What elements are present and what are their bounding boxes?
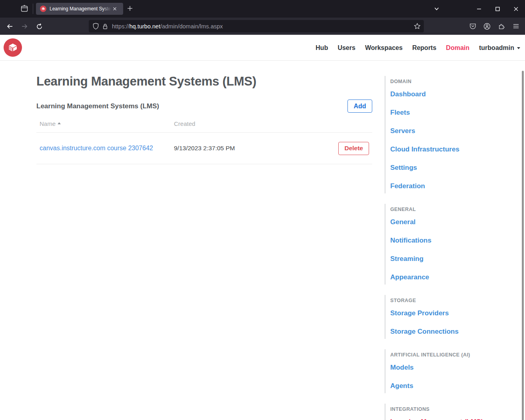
back-icon[interactable] xyxy=(5,21,15,32)
tab-favicon xyxy=(40,6,46,12)
sidebar-item-notifications[interactable]: Notifications xyxy=(390,237,501,245)
delete-button[interactable]: Delete xyxy=(338,142,369,155)
section-title: STORAGE xyxy=(390,298,501,303)
top-navigation: Hub Users Workspaces Reports Domain turb… xyxy=(315,35,520,61)
section-title: DOMAIN xyxy=(390,79,501,84)
nav-item-workspaces[interactable]: Workspaces xyxy=(365,44,403,52)
sidebar-section-integrations: INTEGRATIONS Learning Management (LMS) xyxy=(385,404,501,420)
browser-tab[interactable]: Learning Management Systems xyxy=(36,3,123,15)
tab-close-icon[interactable] xyxy=(112,6,118,12)
sidebar-item-servers[interactable]: Servers xyxy=(390,127,501,135)
forward-icon[interactable] xyxy=(19,21,30,32)
tab-separator xyxy=(33,4,33,14)
menu-hamburger-icon[interactable] xyxy=(509,19,523,34)
site-header: Hub Users Workspaces Reports Domain turb… xyxy=(0,35,525,61)
section-title: ARTIFICIAL INTELLIGENCE (AI) xyxy=(390,352,501,358)
sidebar-item-models[interactable]: Models xyxy=(390,364,501,372)
page-scrollbar[interactable] xyxy=(522,71,524,420)
chevron-down-icon xyxy=(517,47,520,49)
bookmark-star-icon[interactable] xyxy=(414,23,421,30)
user-menu[interactable]: turboadmin xyxy=(479,44,520,52)
settings-sidebar: DOMAIN Dashboard Fleets Servers Cloud In… xyxy=(385,61,501,420)
sidebar-item-fleets[interactable]: Fleets xyxy=(390,109,501,117)
sidebar-item-cloud-infrastructures[interactable]: Cloud Infrastructures xyxy=(390,145,501,153)
add-button[interactable]: Add xyxy=(347,100,372,113)
lock-icon xyxy=(102,23,108,30)
nav-item-reports[interactable]: Reports xyxy=(412,44,436,52)
sidebar-section-domain: DOMAIN Dashboard Fleets Servers Cloud In… xyxy=(385,76,501,193)
navigation-toolbar: https://hq.turbo.net/admin/domain/lms.as… xyxy=(0,18,525,35)
turbo-logo-icon[interactable] xyxy=(4,38,22,57)
account-icon[interactable] xyxy=(480,19,494,34)
nav-item-users[interactable]: Users xyxy=(337,44,355,52)
nav-item-hub[interactable]: Hub xyxy=(315,44,328,52)
tab-title: Learning Management Systems xyxy=(50,6,111,12)
nav-item-domain[interactable]: Domain xyxy=(446,44,469,52)
page-title: Learning Management Systems (LMS) xyxy=(36,74,372,89)
sidebar-section-storage: STORAGE Storage Providers Storage Connec… xyxy=(385,295,501,339)
table-header: Name Created xyxy=(36,113,372,133)
window-controls xyxy=(427,0,525,18)
sidebar-item-dashboard[interactable]: Dashboard xyxy=(390,90,501,98)
extensions-puzzle-icon[interactable] xyxy=(494,19,509,34)
column-header-created[interactable]: Created xyxy=(174,120,195,127)
panel-title: Learning Management Systems (LMS) xyxy=(36,102,159,110)
page: Hub Users Workspaces Reports Domain turb… xyxy=(0,35,525,420)
section-title: GENERAL xyxy=(390,207,501,212)
user-menu-label: turboadmin xyxy=(479,44,514,52)
panel-header: Learning Management Systems (LMS) Add xyxy=(36,100,372,113)
list-tabs-chevron-icon[interactable] xyxy=(427,0,446,18)
sidebar-item-storage-connections[interactable]: Storage Connections xyxy=(390,328,501,336)
sidebar-section-general: GENERAL General Notifications Streaming … xyxy=(385,204,501,285)
url-text[interactable]: https://hq.turbo.net/admin/domain/lms.as… xyxy=(112,23,414,30)
pocket-icon[interactable] xyxy=(465,19,480,34)
shield-icon[interactable] xyxy=(93,23,99,30)
url-bar[interactable]: https://hq.turbo.net/admin/domain/lms.as… xyxy=(89,20,424,32)
table-row: canvas.instructure.com course 2307642 9/… xyxy=(36,133,372,164)
maximize-icon[interactable] xyxy=(488,0,507,18)
firefox-view-icon[interactable] xyxy=(19,4,30,14)
sidebar-item-agents[interactable]: Agents xyxy=(390,382,501,390)
column-header-name[interactable]: Name xyxy=(40,120,174,127)
section-title: INTEGRATIONS xyxy=(390,406,501,412)
browser-chrome: Learning Management Systems xyxy=(0,0,525,35)
sidebar-item-federation[interactable]: Federation xyxy=(390,182,501,190)
new-tab-icon[interactable] xyxy=(126,5,134,12)
sort-ascending-icon xyxy=(58,122,61,124)
sidebar-item-learning-management-lms[interactable]: Learning Management (LMS) xyxy=(390,418,501,420)
main-content: Learning Management Systems (LMS) Learni… xyxy=(36,61,372,164)
lms-item-link[interactable]: canvas.instructure.com course 2307642 xyxy=(40,145,153,151)
sidebar-item-general[interactable]: General xyxy=(390,218,501,226)
close-window-icon[interactable] xyxy=(507,0,525,18)
sidebar-item-streaming[interactable]: Streaming xyxy=(390,255,501,263)
tab-bar: Learning Management Systems xyxy=(0,0,525,18)
reload-icon[interactable] xyxy=(34,21,44,32)
minimize-icon[interactable] xyxy=(470,0,488,18)
sidebar-item-settings[interactable]: Settings xyxy=(390,164,501,172)
toolbar-right-icons xyxy=(465,18,523,35)
sidebar-section-ai: ARTIFICIAL INTELLIGENCE (AI) Models Agen… xyxy=(385,349,501,393)
sidebar-item-storage-providers[interactable]: Storage Providers xyxy=(390,309,501,317)
sidebar-item-appearance[interactable]: Appearance xyxy=(390,273,501,281)
created-timestamp: 9/13/2023 2:37:05 PM xyxy=(174,145,338,152)
